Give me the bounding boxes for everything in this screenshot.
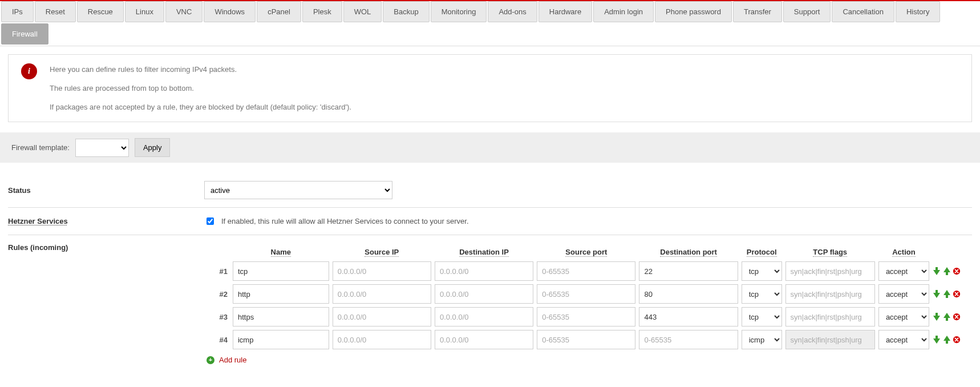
col-dest-ip: Destination IP [434,245,534,259]
tab-transfer[interactable]: Transfer [733,1,782,22]
col-protocol: Protocol [741,245,783,259]
rule-action-select[interactable]: accept [878,307,929,326]
tab-windows[interactable]: Windows [204,1,256,22]
rules-incoming-label: Rules (incoming) [8,243,204,252]
col-dest-port: Destination port [638,245,738,259]
rule-tcp-flags-input[interactable] [785,284,875,304]
tab-vnc[interactable]: VNC [165,1,203,22]
col-tcp-flags: TCP flags [785,245,876,259]
rule-source-ip-input[interactable] [333,284,431,304]
add-rule-button[interactable]: + Add rule [206,356,972,364]
tab-plesk[interactable]: Plesk [302,1,342,22]
rule-protocol-select[interactable]: tcp [742,261,782,281]
move-down-icon[interactable] [933,289,941,299]
tab-history[interactable]: History [896,1,940,22]
status-select[interactable]: active [204,181,392,199]
tab-wol[interactable]: WOL [343,1,382,22]
hetzner-services-checkbox[interactable] [206,217,214,225]
tab-cpanel[interactable]: cPanel [257,1,301,22]
col-source-ip: Source IP [332,245,432,259]
move-up-icon[interactable] [943,267,951,276]
tab-support[interactable]: Support [783,1,831,22]
add-rule-label: Add rule [219,356,246,364]
delete-rule-icon[interactable] [953,289,961,299]
rule-name-input[interactable] [233,330,329,349]
tab-phone-password[interactable]: Phone password [655,1,732,22]
tab-linux[interactable]: Linux [125,1,164,22]
tab-add-ons[interactable]: Add-ons [488,1,537,22]
move-down-icon[interactable] [933,267,941,276]
rule-tcp-flags-input [785,330,875,349]
tab-monitoring[interactable]: Monitoring [431,1,487,22]
rule-name-input[interactable] [233,284,329,304]
rule-action-select[interactable]: accept [878,330,929,349]
rule-index: #2 [206,284,230,304]
rule-dest-port-input[interactable] [639,284,738,304]
tab-admin-login[interactable]: Admin login [593,1,654,22]
tab-cancellation[interactable]: Cancellation [832,1,894,22]
rule-source-port-input[interactable] [537,284,635,304]
rule-row: #3tcpaccept [206,307,970,327]
rule-index: #4 [206,329,230,350]
rule-tcp-flags-input[interactable] [785,307,875,326]
tab-firewall[interactable]: Firewall [1,23,48,45]
hetzner-services-label: Hetzner Services [8,217,204,225]
rule-source-ip-input[interactable] [333,330,431,349]
move-up-icon[interactable] [943,289,951,299]
rule-dest-port-input[interactable] [639,261,738,281]
rule-dest-ip-input[interactable] [435,307,533,326]
rule-dest-ip-input[interactable] [435,284,533,304]
rule-index: #1 [206,261,230,281]
info-line-2: The rules are processed from top to bott… [50,84,351,92]
tab-ips[interactable]: IPs [1,1,34,22]
col-name: Name [232,245,330,259]
info-line-3: If packages are not accepted by a rule, … [50,103,351,111]
rule-name-input[interactable] [233,261,329,281]
rule-action-select[interactable]: accept [878,284,929,304]
rule-name-input[interactable] [233,307,329,326]
info-icon: i [21,63,37,79]
rule-protocol-select[interactable]: tcp [742,307,782,326]
move-down-icon[interactable] [933,312,941,321]
rule-source-ip-input[interactable] [333,261,431,281]
rule-row: #1tcpaccept [206,261,970,281]
delete-rule-icon[interactable] [953,335,961,344]
firewall-template-select[interactable] [75,139,129,157]
rule-row: #4icmpaccept [206,329,970,350]
move-up-icon[interactable] [943,335,951,344]
rule-source-port-input[interactable] [537,330,635,349]
col-action: Action [878,245,930,259]
rule-index: #3 [206,307,230,327]
col-source-port: Source port [536,245,636,259]
firewall-template-label: Firewall template: [11,143,70,152]
rule-source-ip-input[interactable] [333,307,431,326]
info-box: i Here you can define rules to filter in… [8,54,972,122]
tab-hardware[interactable]: Hardware [538,1,592,22]
tab-reset[interactable]: Reset [35,1,76,22]
rule-dest-ip-input[interactable] [435,330,533,349]
rules-table: Name Source IP Destination IP Source por… [204,243,972,352]
rule-protocol-select[interactable]: tcp [742,284,782,304]
rule-action-select[interactable]: accept [878,261,929,281]
delete-rule-icon[interactable] [953,312,961,321]
status-label: Status [8,186,204,195]
rule-row: #2tcpaccept [206,284,970,304]
rule-tcp-flags-input[interactable] [785,261,875,281]
rule-dest-ip-input[interactable] [435,261,533,281]
delete-rule-icon[interactable] [953,267,961,276]
apply-button[interactable]: Apply [135,138,171,157]
firewall-template-bar: Firewall template: Apply [0,132,980,163]
rule-source-port-input[interactable] [537,261,635,281]
rule-dest-port-input[interactable] [639,307,738,326]
move-down-icon[interactable] [933,335,941,344]
plus-icon: + [206,356,214,364]
info-line-1: Here you can define rules to filter inco… [50,65,351,74]
rule-dest-port-input[interactable] [639,330,738,349]
rule-source-port-input[interactable] [537,307,635,326]
hetzner-services-desc: If enabled, this rule will allow all Het… [221,217,469,225]
rule-protocol-select[interactable]: icmp [742,330,782,349]
tab-rescue[interactable]: Rescue [77,1,124,22]
move-up-icon[interactable] [943,312,951,321]
tab-backup[interactable]: Backup [383,1,429,22]
